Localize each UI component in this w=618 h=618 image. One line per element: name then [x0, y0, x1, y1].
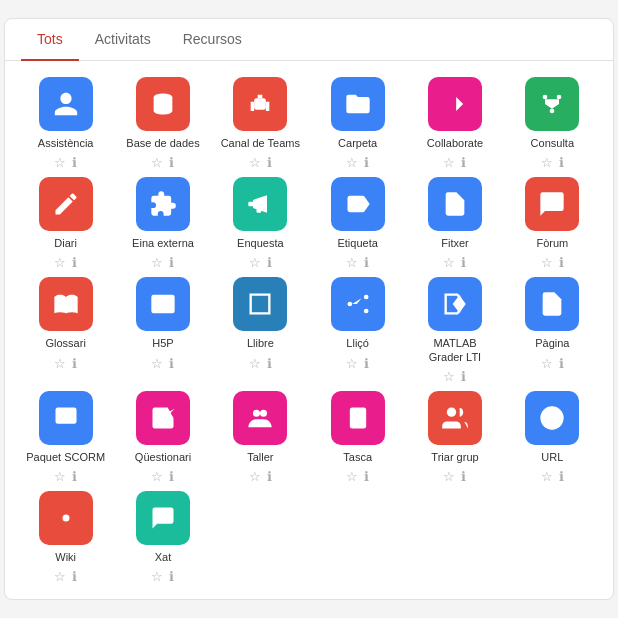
label-triar-grup: Triar grup [431, 451, 478, 464]
icon-box-fitxer[interactable] [428, 177, 482, 231]
icon-box-matlab[interactable] [428, 277, 482, 331]
star-carpeta[interactable]: ☆ [346, 156, 358, 169]
star-consulta[interactable]: ☆ [541, 156, 553, 169]
item-collaborate: Collaborate ☆ ℹ [410, 77, 499, 169]
icon-box-glossari[interactable] [39, 277, 93, 331]
info-eina-externa[interactable]: ℹ [169, 256, 174, 269]
icon-box-xat[interactable] [136, 491, 190, 545]
icon-box-base-de-dades[interactable] [136, 77, 190, 131]
star-enquesta[interactable]: ☆ [249, 256, 261, 269]
item-pagina: Pàgina ☆ ℹ [508, 277, 597, 382]
icon-box-paquet-scorm[interactable] [39, 391, 93, 445]
actions-pagina: ☆ ℹ [541, 357, 564, 370]
icon-box-url[interactable] [525, 391, 579, 445]
info-consulta[interactable]: ℹ [559, 156, 564, 169]
star-collaborate[interactable]: ☆ [443, 156, 455, 169]
star-xat[interactable]: ☆ [151, 570, 163, 583]
info-base-de-dades[interactable]: ℹ [169, 156, 174, 169]
star-taller[interactable]: ☆ [249, 470, 261, 483]
info-diari[interactable]: ℹ [72, 256, 77, 269]
info-tasca[interactable]: ℹ [364, 470, 369, 483]
label-fitxer: Fitxer [441, 237, 469, 250]
info-url[interactable]: ℹ [559, 470, 564, 483]
info-assistencia[interactable]: ℹ [72, 156, 77, 169]
label-pagina: Pàgina [535, 337, 569, 350]
label-forum: Fòrum [536, 237, 568, 250]
icon-box-h5p[interactable]: H5P [136, 277, 190, 331]
star-llico[interactable]: ☆ [346, 357, 358, 370]
icon-box-etiqueta[interactable] [331, 177, 385, 231]
star-h5p[interactable]: ☆ [151, 357, 163, 370]
info-carpeta[interactable]: ℹ [364, 156, 369, 169]
info-pagina[interactable]: ℹ [559, 357, 564, 370]
star-triar-grup[interactable]: ☆ [443, 470, 455, 483]
icon-box-wiki[interactable] [39, 491, 93, 545]
info-etiqueta[interactable]: ℹ [364, 256, 369, 269]
item-etiqueta: Etiqueta ☆ ℹ [313, 177, 402, 269]
info-paquet-scorm[interactable]: ℹ [72, 470, 77, 483]
actions-llico: ☆ ℹ [346, 357, 369, 370]
star-etiqueta[interactable]: ☆ [346, 256, 358, 269]
star-fitxer[interactable]: ☆ [443, 256, 455, 269]
icon-box-questionari[interactable] [136, 391, 190, 445]
star-canal-de-teams[interactable]: ☆ [249, 156, 261, 169]
star-assistencia[interactable]: ☆ [54, 156, 66, 169]
item-consulta: Consulta ☆ ℹ [508, 77, 597, 169]
info-collaborate[interactable]: ℹ [461, 156, 466, 169]
actions-enquesta: ☆ ℹ [249, 256, 272, 269]
info-xat[interactable]: ℹ [169, 570, 174, 583]
star-wiki[interactable]: ☆ [54, 570, 66, 583]
icon-box-tasca[interactable] [331, 391, 385, 445]
icon-box-llico[interactable] [331, 277, 385, 331]
info-wiki[interactable]: ℹ [72, 570, 77, 583]
icon-box-canal-de-teams[interactable] [233, 77, 287, 131]
svg-point-4 [550, 109, 555, 114]
icon-box-carpeta[interactable] [331, 77, 385, 131]
info-triar-grup[interactable]: ℹ [461, 470, 466, 483]
star-url[interactable]: ☆ [541, 470, 553, 483]
star-tasca[interactable]: ☆ [346, 470, 358, 483]
icon-box-forum[interactable] [525, 177, 579, 231]
label-canal-de-teams: Canal de Teams [221, 137, 300, 150]
info-h5p[interactable]: ℹ [169, 357, 174, 370]
icon-box-eina-externa[interactable] [136, 177, 190, 231]
info-taller[interactable]: ℹ [267, 470, 272, 483]
info-questionari[interactable]: ℹ [169, 470, 174, 483]
info-fitxer[interactable]: ℹ [461, 256, 466, 269]
star-matlab[interactable]: ☆ [443, 370, 455, 383]
star-glossari[interactable]: ☆ [54, 357, 66, 370]
star-llibre[interactable]: ☆ [249, 357, 261, 370]
icon-box-enquesta[interactable] [233, 177, 287, 231]
icon-box-collaborate[interactable] [428, 77, 482, 131]
icon-box-pagina[interactable] [525, 277, 579, 331]
info-forum[interactable]: ℹ [559, 256, 564, 269]
actions-llibre: ☆ ℹ [249, 357, 272, 370]
icon-box-triar-grup[interactable] [428, 391, 482, 445]
star-base-de-dades[interactable]: ☆ [151, 156, 163, 169]
info-matlab[interactable]: ℹ [461, 370, 466, 383]
star-paquet-scorm[interactable]: ☆ [54, 470, 66, 483]
info-llico[interactable]: ℹ [364, 357, 369, 370]
icon-box-assistencia[interactable] [39, 77, 93, 131]
star-eina-externa[interactable]: ☆ [151, 256, 163, 269]
tab-activitats[interactable]: Activitats [79, 19, 167, 61]
item-llico: Lliçó ☆ ℹ [313, 277, 402, 382]
actions-collaborate: ☆ ℹ [443, 156, 466, 169]
icon-box-consulta[interactable] [525, 77, 579, 131]
info-canal-de-teams[interactable]: ℹ [267, 156, 272, 169]
icon-box-diari[interactable] [39, 177, 93, 231]
icon-box-taller[interactable] [233, 391, 287, 445]
info-enquesta[interactable]: ℹ [267, 256, 272, 269]
info-llibre[interactable]: ℹ [267, 357, 272, 370]
star-questionari[interactable]: ☆ [151, 470, 163, 483]
actions-wiki: ☆ ℹ [54, 570, 77, 583]
star-forum[interactable]: ☆ [541, 256, 553, 269]
star-diari[interactable]: ☆ [54, 256, 66, 269]
star-pagina[interactable]: ☆ [541, 357, 553, 370]
svg-point-2 [543, 95, 548, 100]
icon-box-llibre[interactable] [233, 277, 287, 331]
tab-recursos[interactable]: Recursos [167, 19, 258, 61]
item-canal-de-teams: Canal de Teams ☆ ℹ [216, 77, 305, 169]
info-glossari[interactable]: ℹ [72, 357, 77, 370]
tab-tots[interactable]: Tots [21, 19, 79, 61]
